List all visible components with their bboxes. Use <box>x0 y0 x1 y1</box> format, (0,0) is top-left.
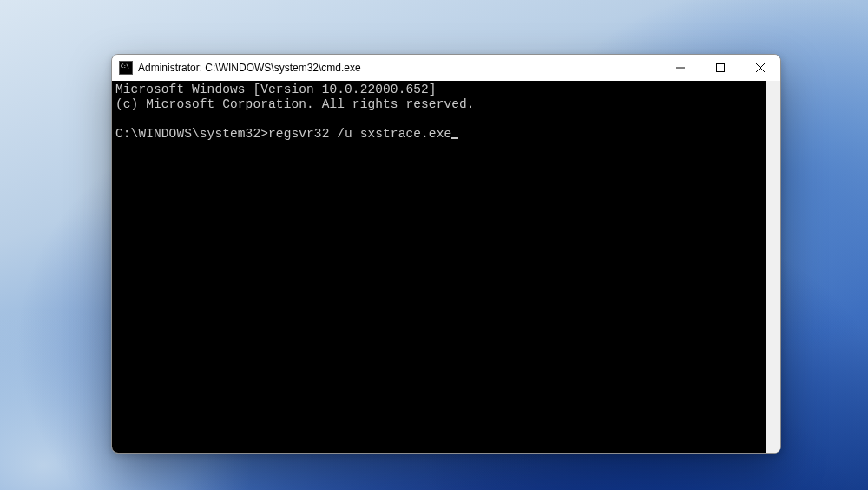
maximize-button[interactable] <box>700 55 740 81</box>
banner-line-2: (c) Microsoft Corporation. All rights re… <box>115 97 475 111</box>
typed-command: regsvr32 /u sxstrace.exe <box>268 127 451 141</box>
window-controls <box>661 55 780 81</box>
cmd-window: Administrator: C:\WINDOWS\system32\cmd.e… <box>111 54 781 454</box>
minimize-button[interactable] <box>661 55 700 81</box>
window-title: Administrator: C:\WINDOWS\system32\cmd.e… <box>138 62 661 74</box>
close-icon <box>756 63 765 72</box>
titlebar[interactable]: Administrator: C:\WINDOWS\system32\cmd.e… <box>112 55 780 81</box>
terminal[interactable]: Microsoft Windows [Version 10.0.22000.65… <box>112 81 766 453</box>
prompt: C:\WINDOWS\system32> <box>115 127 268 141</box>
svg-rect-1 <box>717 64 725 72</box>
text-cursor <box>451 137 458 139</box>
close-button[interactable] <box>740 55 780 81</box>
cmd-icon <box>119 61 133 75</box>
vertical-scrollbar[interactable] <box>766 81 780 453</box>
terminal-area: Microsoft Windows [Version 10.0.22000.65… <box>112 81 780 453</box>
minimize-icon <box>676 63 685 72</box>
maximize-icon <box>716 63 725 72</box>
banner-line-1: Microsoft Windows [Version 10.0.22000.65… <box>115 83 437 96</box>
scrollbar-track <box>766 81 780 453</box>
